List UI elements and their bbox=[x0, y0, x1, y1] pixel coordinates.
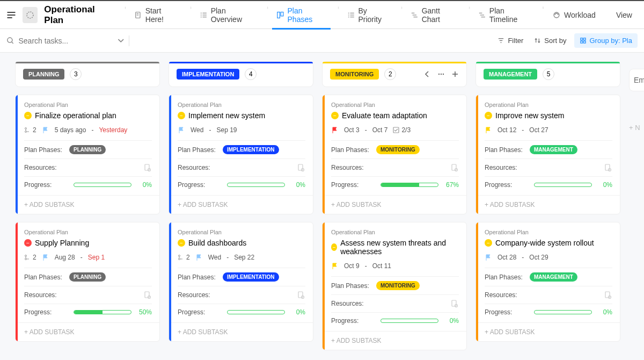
field-label: Resources: bbox=[24, 291, 69, 299]
tab-workload[interactable]: Workload bbox=[545, 1, 603, 30]
column-header[interactable]: MONITORING 2 bbox=[322, 61, 467, 87]
document-icon[interactable] bbox=[450, 163, 459, 172]
task-title: Assess new system threats and weaknesses bbox=[340, 239, 459, 256]
document-icon[interactable] bbox=[143, 163, 152, 172]
date-start: Oct 28 bbox=[497, 254, 516, 261]
svg-point-53 bbox=[438, 74, 440, 75]
date-end: Sep 22 bbox=[234, 254, 254, 261]
add-view-button[interactable]: View bbox=[605, 1, 640, 30]
flag-icon[interactable] bbox=[195, 254, 203, 261]
tab-gantt-chart[interactable]: Gantt Chart bbox=[403, 1, 465, 30]
flag-icon[interactable] bbox=[42, 126, 49, 134]
document-icon[interactable] bbox=[143, 291, 152, 299]
add-subtask-button[interactable]: + ADD SUBTASK bbox=[169, 195, 313, 214]
tab-label: Gantt Chart bbox=[422, 6, 457, 24]
date-end: Oct 29 bbox=[529, 254, 548, 261]
filter-button[interactable]: Filter bbox=[494, 34, 526, 47]
svg-point-40 bbox=[25, 131, 27, 133]
document-icon[interactable] bbox=[297, 163, 305, 172]
add-subtask-button[interactable]: + ADD SUBTASK bbox=[476, 195, 620, 214]
plus-icon[interactable] bbox=[451, 70, 459, 78]
view-label: View bbox=[616, 11, 632, 19]
field-label: Progress: bbox=[485, 181, 530, 189]
svg-rect-58 bbox=[393, 127, 399, 133]
top-bar: Operational Plan Start Here! Plan Overvi… bbox=[0, 0, 644, 29]
phase-badge: MONITORING bbox=[376, 281, 420, 290]
flag-icon[interactable] bbox=[485, 126, 492, 134]
tab-plan-phases[interactable]: Plan Phases bbox=[269, 1, 334, 30]
add-subtask-button[interactable]: + ADD SUBTASK bbox=[323, 331, 466, 350]
add-subtask-button[interactable]: + ADD SUBTASK bbox=[476, 322, 620, 341]
chevron-left-icon[interactable] bbox=[423, 70, 431, 78]
tab-plan-timeline[interactable]: Plan Timeline bbox=[471, 1, 538, 30]
document-icon[interactable] bbox=[297, 291, 305, 299]
task-card[interactable]: Operational Plan −Evaluate team adaptati… bbox=[322, 95, 467, 214]
svg-rect-38 bbox=[583, 41, 586, 43]
svg-rect-45 bbox=[145, 292, 149, 298]
flag-icon[interactable] bbox=[485, 254, 492, 261]
document-icon[interactable] bbox=[450, 299, 459, 308]
task-card[interactable]: Operational Plan −Finalize operational p… bbox=[15, 95, 160, 214]
menu-icon[interactable] bbox=[4, 8, 18, 23]
tab-by-priority[interactable]: By Priority bbox=[340, 1, 397, 30]
field-label: Resources: bbox=[178, 164, 223, 171]
phase-pill: IMPLEMENTATION bbox=[177, 69, 239, 80]
column-header-overflow[interactable]: Em bbox=[629, 69, 644, 91]
date-end: Oct 7 bbox=[372, 126, 388, 134]
column-header[interactable]: PLANNING 3 bbox=[15, 61, 160, 87]
phase-badge: PLANNING bbox=[69, 272, 106, 282]
column-header[interactable]: MANAGEMENT 5 bbox=[475, 61, 620, 87]
add-subtask-button[interactable]: + ADD SUBTASK bbox=[16, 322, 159, 341]
svg-point-44 bbox=[25, 258, 27, 260]
sort-button[interactable]: Sort by bbox=[531, 34, 569, 47]
task-card[interactable]: Operational Plan −Build dashboards 2 Wed… bbox=[169, 222, 313, 342]
column-planning: PLANNING 3 Operational Plan −Finalize op… bbox=[15, 61, 160, 350]
group-by-button[interactable]: Group by: Pla bbox=[574, 33, 638, 48]
svg-rect-35 bbox=[580, 38, 582, 40]
column-header[interactable]: IMPLEMENTATION 4 bbox=[169, 61, 313, 87]
task-card[interactable]: Operational Plan −Implement new system W… bbox=[169, 95, 313, 214]
card-accent bbox=[476, 95, 478, 214]
progress-pct: 0% bbox=[289, 181, 305, 189]
subtask-count: 2 bbox=[24, 254, 36, 261]
add-subtask-button[interactable]: + ADD SUBTASK bbox=[169, 322, 313, 341]
add-subtask-button[interactable]: + ADD SUBTASK bbox=[16, 195, 159, 214]
tab-plan-overview[interactable]: Plan Overview bbox=[192, 1, 263, 30]
tab-start-here[interactable]: Start Here! bbox=[127, 1, 186, 30]
project-label: Operational Plan bbox=[485, 229, 612, 235]
task-card[interactable]: Operational Plan −Company-wide system ro… bbox=[475, 222, 620, 342]
card-accent bbox=[169, 222, 171, 341]
filter-label: Filter bbox=[508, 37, 523, 45]
task-card[interactable]: Operational Plan −Supply Planning 2 Aug … bbox=[15, 222, 160, 342]
document-icon[interactable] bbox=[604, 163, 612, 172]
phase-pill: MONITORING bbox=[330, 69, 379, 80]
task-title: Finalize operational plan bbox=[35, 111, 116, 120]
flag-icon[interactable] bbox=[42, 254, 49, 261]
field-label: Resources: bbox=[485, 164, 530, 171]
svg-point-30 bbox=[8, 38, 12, 42]
column-count: 3 bbox=[70, 68, 82, 80]
field-label: Progress: bbox=[178, 181, 223, 189]
sort-label: Sort by bbox=[544, 37, 566, 45]
field-label: Plan Phases: bbox=[178, 146, 223, 154]
flag-icon[interactable] bbox=[178, 126, 185, 134]
field-label: Resources: bbox=[331, 164, 376, 171]
field-label: Plan Phases: bbox=[331, 146, 376, 154]
flag-icon[interactable] bbox=[331, 126, 339, 134]
card-accent bbox=[476, 222, 478, 341]
project-label: Operational Plan bbox=[178, 102, 305, 108]
more-icon[interactable] bbox=[437, 70, 445, 78]
app-icon[interactable] bbox=[23, 7, 38, 23]
date-end: Oct 11 bbox=[372, 262, 391, 270]
search-input[interactable] bbox=[19, 37, 113, 45]
svg-rect-59 bbox=[452, 164, 456, 170]
task-card[interactable]: Operational Plan −Improve new system Oct… bbox=[475, 95, 620, 214]
task-card[interactable]: Operational Plan −Assess new system thre… bbox=[322, 222, 467, 350]
chevron-down-icon[interactable] bbox=[117, 37, 125, 45]
document-icon[interactable] bbox=[604, 291, 612, 299]
progress-bar bbox=[534, 183, 592, 187]
flag-icon[interactable] bbox=[331, 262, 339, 270]
progress-pct: 0% bbox=[596, 308, 612, 316]
add-subtask-button[interactable]: + ADD SUBTASK bbox=[323, 195, 466, 214]
new-task-hint[interactable]: + N bbox=[629, 124, 644, 132]
